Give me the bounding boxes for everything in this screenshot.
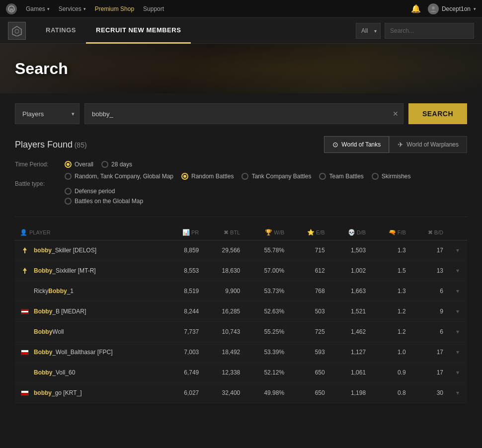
expand-3[interactable]: ▾ bbox=[448, 301, 467, 322]
nav-ratings[interactable]: RATINGS bbox=[36, 18, 86, 44]
expand-btn-2[interactable]: ▾ bbox=[453, 287, 462, 296]
rank-icon-3 bbox=[20, 306, 30, 316]
nav-services[interactable]: Services ▾ bbox=[59, 5, 86, 12]
battle-type-row2: Battles on the Global Map bbox=[15, 198, 467, 205]
expand-btn-0[interactable]: ▾ bbox=[453, 246, 462, 255]
time-28days[interactable]: 28 days bbox=[101, 161, 132, 168]
battle-defense[interactable]: Defense period bbox=[65, 188, 115, 195]
btl-5: 18,492 bbox=[204, 342, 245, 363]
battle-random-tank-global[interactable]: Random, Tank Company, Global Map bbox=[65, 173, 173, 180]
player-cell-6[interactable]: Bobby_Voll_60 bbox=[15, 363, 165, 383]
col-eb: ⭐E/B bbox=[289, 225, 330, 240]
expand-btn-6[interactable]: ▾ bbox=[453, 368, 462, 377]
bd-icon: ✖ bbox=[428, 229, 433, 236]
btl-7: 32,400 bbox=[204, 383, 245, 403]
db-7: 1,198 bbox=[330, 383, 371, 403]
nav-filter-wrap: All bbox=[356, 23, 381, 39]
expand-2[interactable]: ▾ bbox=[448, 281, 467, 301]
battle-random-radio[interactable] bbox=[181, 173, 188, 180]
db-icon: 💀 bbox=[348, 229, 355, 236]
pr-icon: 📊 bbox=[182, 229, 190, 236]
nav-search-input[interactable] bbox=[385, 23, 474, 39]
nav-games[interactable]: Games ▾ bbox=[26, 5, 50, 12]
rank-icon-0 bbox=[20, 245, 30, 255]
battle-defense-radio[interactable] bbox=[65, 188, 72, 195]
player-name-6[interactable]: Bobby_Voll_60 bbox=[34, 369, 75, 376]
btl-3: 16,285 bbox=[204, 301, 245, 322]
fb-7: 0.8 bbox=[371, 383, 411, 403]
wb-4: 55.25% bbox=[245, 322, 289, 342]
player-name-4[interactable]: BobbyWoll bbox=[34, 328, 64, 335]
tab-wot[interactable]: ⊙ World of Tanks bbox=[324, 136, 389, 153]
battle-skirmishes-radio[interactable] bbox=[372, 173, 379, 180]
expand-0[interactable]: ▾ bbox=[448, 240, 467, 261]
btl-icon: ✖ bbox=[224, 229, 229, 236]
nav-premium[interactable]: Premium Shop bbox=[95, 5, 134, 12]
bd-3: 9 bbox=[411, 301, 448, 322]
eb-5: 593 bbox=[289, 342, 330, 363]
battle-rtg-radio[interactable] bbox=[65, 173, 72, 180]
expand-5[interactable]: ▾ bbox=[448, 342, 467, 363]
notification-bell-icon[interactable]: 🔔 bbox=[411, 4, 421, 13]
player-name-5[interactable]: Bobby_Woll_Balthasar [FPC] bbox=[34, 349, 113, 356]
player-name-0[interactable]: bobby_Skiller [DELOS] bbox=[34, 247, 96, 254]
rank-icon-7 bbox=[20, 388, 30, 398]
expand-btn-4[interactable]: ▾ bbox=[453, 327, 462, 336]
expand-btn-5[interactable]: ▾ bbox=[453, 348, 462, 357]
player-cell-5[interactable]: Bobby_Woll_Balthasar [FPC] bbox=[15, 342, 165, 363]
nav-recruit[interactable]: RECRUIT NEW MEMBERS bbox=[86, 18, 191, 44]
top-nav-right: 🔔 Decept1on ▾ bbox=[411, 3, 476, 14]
battle-team-radio[interactable] bbox=[319, 173, 326, 180]
top-nav-left: W Games ▾ Services ▾ Premium Shop Suppor… bbox=[6, 3, 164, 14]
player-cell-3[interactable]: Bobby_B [MEDAR] bbox=[15, 301, 165, 322]
nav-filter-select[interactable]: All bbox=[356, 23, 381, 39]
battle-team[interactable]: Team Battles bbox=[319, 173, 363, 180]
db-4: 1,462 bbox=[330, 322, 371, 342]
main-content: Players ✕ Search Players Found (85) ⊙ Wo… bbox=[0, 93, 482, 413]
col-wb: 🏆W/B bbox=[245, 225, 289, 240]
battle-random[interactable]: Random Battles bbox=[181, 173, 234, 180]
search-button[interactable]: Search bbox=[408, 103, 467, 124]
wot-icon: ⊙ bbox=[332, 141, 338, 149]
player-cell-0[interactable]: bobby_Skiller [DELOS] bbox=[15, 240, 165, 261]
table-row: Bobby_Sixkiller [MT-R] 8,553 18,630 57.0… bbox=[15, 261, 467, 281]
table-header-row: 👤Player 📊PR ✖BTL 🏆W/B ⭐E/B 💀D/B bbox=[15, 225, 467, 240]
user-menu[interactable]: Decept1on ▾ bbox=[428, 3, 476, 14]
expand-btn-3[interactable]: ▾ bbox=[453, 307, 462, 316]
player-cell-7[interactable]: bobby_go [KRT_] bbox=[15, 383, 165, 403]
expand-1[interactable]: ▾ bbox=[448, 261, 467, 281]
search-clear-icon[interactable]: ✕ bbox=[393, 110, 399, 118]
player-name-1[interactable]: Bobby_Sixkiller [MT-R] bbox=[34, 267, 96, 274]
time-28days-radio[interactable] bbox=[101, 161, 108, 168]
battle-tc-radio[interactable] bbox=[241, 173, 248, 180]
time-overall-radio[interactable] bbox=[65, 161, 72, 168]
expand-btn-1[interactable]: ▾ bbox=[453, 266, 462, 275]
battle-skirmishes[interactable]: Skirmishes bbox=[372, 173, 411, 180]
battle-label: Battle type: bbox=[15, 180, 55, 187]
player-name-3[interactable]: Bobby_B [MEDAR] bbox=[34, 308, 86, 315]
nav-support[interactable]: Support bbox=[143, 5, 164, 12]
player-cell-2[interactable]: RickyBobby_1 bbox=[15, 281, 165, 301]
player-cell-4[interactable]: BobbyWoll bbox=[15, 322, 165, 342]
expand-btn-7[interactable]: ▾ bbox=[453, 388, 462, 397]
pr-1: 8,553 bbox=[165, 261, 204, 281]
expand-6[interactable]: ▾ bbox=[448, 363, 467, 383]
player-cell-1[interactable]: Bobby_Sixkiller [MT-R] bbox=[15, 261, 165, 281]
bd-4: 6 bbox=[411, 322, 448, 342]
time-overall[interactable]: Overall bbox=[65, 161, 93, 168]
battle-gm-radio[interactable] bbox=[65, 198, 72, 205]
search-type-select[interactable]: Players bbox=[15, 103, 80, 124]
tab-wop[interactable]: ✈ World of Warplanes bbox=[389, 136, 467, 153]
game-tabs: ⊙ World of Tanks ✈ World of Warplanes bbox=[324, 136, 467, 153]
eb-0: 715 bbox=[289, 240, 330, 261]
battle-global-map[interactable]: Battles on the Global Map bbox=[65, 198, 143, 205]
player-name-7[interactable]: bobby_go [KRT_] bbox=[34, 389, 81, 396]
wb-5: 53.39% bbox=[245, 342, 289, 363]
col-player: 👤Player bbox=[15, 225, 165, 240]
player-name-2[interactable]: RickyBobby_1 bbox=[34, 288, 74, 295]
battle-tank-company[interactable]: Tank Company Battles bbox=[241, 173, 311, 180]
expand-4[interactable]: ▾ bbox=[448, 322, 467, 342]
expand-7[interactable]: ▾ bbox=[448, 383, 467, 403]
search-input[interactable] bbox=[84, 103, 403, 124]
svg-point-2 bbox=[432, 6, 435, 9]
